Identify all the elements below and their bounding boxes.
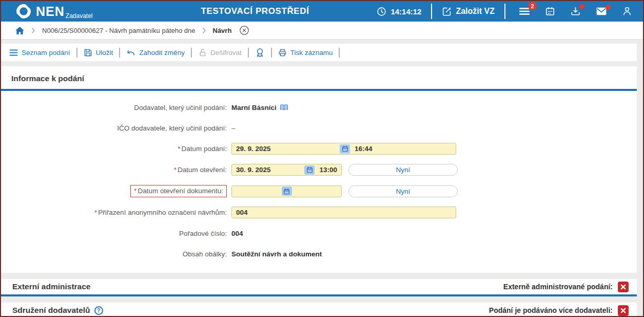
datum-otevreni-dokumentu-input[interactable] [231, 185, 342, 197]
section-sdruzeni-dodavatelu: Sdružení dodavatelů ? Podání je podáváno… [1, 303, 637, 317]
datum-podani-date[interactable]: 29. 9. 2025 [236, 145, 340, 153]
toolbar-label: Seznam podání [22, 49, 70, 57]
toolbar-separator [339, 48, 340, 58]
toolbar-label: Uložit [96, 49, 113, 57]
nyni-button[interactable]: Nyní [348, 164, 458, 176]
obsah-obalky-value: Soutěžní návrh a dokument [231, 250, 322, 258]
save-icon [84, 48, 92, 57]
toolbar-separator [271, 48, 272, 58]
prirazeni-value[interactable]: 004 [236, 209, 248, 216]
field-label: Pořadové číslo: [1, 230, 227, 237]
section-title: Externí administrace [12, 282, 90, 291]
extern-toggle-no-icon[interactable] [618, 282, 629, 292]
calendar-picker-icon[interactable] [340, 144, 350, 154]
help-icon[interactable]: ? [94, 306, 103, 315]
server-time: 14:14:12 [377, 7, 421, 16]
brand-role: Zadavatel [66, 12, 93, 20]
section-externi-administrace: Externí administrace Externě administrov… [1, 279, 637, 296]
sdruzeni-toggle-label: Podání je podáváno více dodavateli: [489, 306, 613, 314]
printer-icon [278, 48, 287, 57]
menu-notification-badge: 2 [528, 2, 537, 10]
datum-podani-time[interactable]: 16:44 [355, 145, 373, 153]
edit-icon [442, 7, 452, 16]
user-icon [622, 6, 632, 16]
undo-icon [126, 49, 135, 57]
brand-name: NEN [36, 5, 65, 18]
create-vz-button[interactable]: Založit VZ [442, 7, 495, 16]
environment-title: TESTOVACÍ PROSTŘEDÍ [201, 6, 309, 16]
breadcrumb-item-procurement[interactable]: N006/25/S00000627 - Návrh památníku páte… [42, 27, 196, 34]
section-title: Sdružení dodavatelů [12, 306, 90, 315]
extern-toggle-label: Externě administrované podání: [503, 283, 613, 291]
field-label: Přiřazení anonymního označení návrhům: [98, 209, 227, 216]
toolbar-zahodit-zmeny[interactable]: Zahodit změny [125, 49, 186, 57]
field-row-ico: IČO dodavatele, který učinil podání: – [1, 122, 637, 134]
section-informace-k-podani: Informace k podání Dodavatel, který učin… [1, 66, 637, 273]
poradove-cislo-value: 004 [231, 230, 243, 237]
field-row-datum-otevreni: *Datum otevření: 30. 9. 2025 13:00 Nyní [1, 164, 637, 176]
server-time-value: 14:14:12 [391, 7, 421, 16]
header-separator [504, 4, 505, 19]
record-toolbar: Seznam podání Uložit Zahodit změny Dešif… [1, 44, 637, 61]
calendar-button[interactable] [541, 6, 559, 16]
messages-alert-dot [606, 5, 611, 10]
nyni-button[interactable]: Nyní [348, 185, 458, 197]
required-mark: * [134, 187, 136, 195]
ico-value: – [231, 124, 236, 132]
calendar-picker-icon[interactable] [304, 165, 315, 175]
toolbar-separator [191, 48, 192, 58]
field-label: Datum otevření: [178, 166, 227, 174]
field-row-datum-otevreni-dokumentu: *Datum otevření dokumentu: Nyní [1, 185, 637, 197]
close-tab-icon[interactable] [239, 25, 249, 35]
nen-brand[interactable]: NEN Zadavatel [15, 3, 93, 20]
header-separator [431, 4, 432, 19]
dodavatel-value: Marní Básníci [231, 104, 277, 111]
toolbar-desifrovat: Dešifrovat [197, 48, 243, 57]
required-mark: * [94, 209, 97, 216]
breadcrumb-item-current: Návrh [213, 27, 232, 34]
field-row-dodavatel: Dodavatel, který učinil podání: Marní Bá… [1, 102, 637, 113]
toolbar-ulozit[interactable]: Uložit [83, 48, 114, 57]
app-header: NEN Zadavatel TESTOVACÍ PROSTŘEDÍ 14:14:… [1, 1, 643, 22]
field-label: Datum podání: [181, 145, 227, 153]
datum-podani-input[interactable]: 29. 9. 2025 16:44 [231, 143, 456, 155]
toolbar-tisk-zaznamu[interactable]: Tisk záznamu [277, 48, 334, 57]
downloads-alert-dot [579, 4, 584, 9]
field-row-datum-podani: *Datum podání: 29. 9. 2025 16:44 [1, 143, 637, 155]
datum-otevreni-input[interactable]: 30. 9. 2025 13:00 [231, 164, 342, 176]
field-label: Datum otevření dokumentu: [138, 187, 223, 195]
prirazeni-input[interactable]: 004 [231, 207, 456, 218]
unlock-icon [198, 48, 207, 57]
field-label: Dodavatel, který učinil podání: [1, 104, 227, 111]
section-title: Informace k podání [1, 66, 637, 89]
datum-otevreni-time[interactable]: 13:00 [319, 166, 337, 174]
toolbar-separator [119, 48, 120, 58]
breadcrumb: N006/25/S00000627 - Návrh památníku páte… [1, 22, 643, 40]
required-mark: * [174, 166, 177, 174]
required-mark: * [178, 145, 180, 153]
sdruzeni-toggle-no-icon[interactable] [618, 305, 629, 316]
toolbar-label: Tisk záznamu [290, 49, 333, 57]
main-menu-button[interactable]: 2 [515, 6, 534, 16]
toolbar-label: Dešifrovat [210, 49, 242, 57]
toolbar-seznam-podani[interactable]: Seznam podání [8, 49, 71, 57]
toolbar-separator [76, 48, 77, 58]
open-detail-book-icon[interactable] [280, 104, 288, 111]
highlighted-required-label: *Datum otevření dokumentu: [130, 185, 227, 197]
home-icon[interactable] [15, 26, 25, 35]
toolbar-certificate-button[interactable] [254, 48, 266, 58]
chevron-right-icon [31, 27, 35, 34]
user-profile-button[interactable] [618, 6, 636, 16]
field-label: Obsah obálky: [1, 250, 227, 258]
datum-otevreni-date[interactable]: 30. 9. 2025 [236, 166, 304, 174]
field-row-poradove-cislo: Pořadové číslo: 004 [1, 228, 637, 239]
messages-button[interactable] [592, 7, 611, 16]
calendar-picker-icon[interactable] [282, 187, 292, 196]
nen-logo-icon [15, 3, 32, 20]
award-ribbon-icon [255, 48, 265, 58]
field-row-obsah-obalky: Obsah obálky: Soutěžní návrh a dokument [1, 248, 637, 259]
clock-icon [377, 7, 386, 16]
downloads-button[interactable] [567, 6, 584, 16]
field-label: IČO dodavatele, který učinil podání: [1, 124, 227, 132]
create-vz-label: Založit VZ [456, 7, 495, 16]
